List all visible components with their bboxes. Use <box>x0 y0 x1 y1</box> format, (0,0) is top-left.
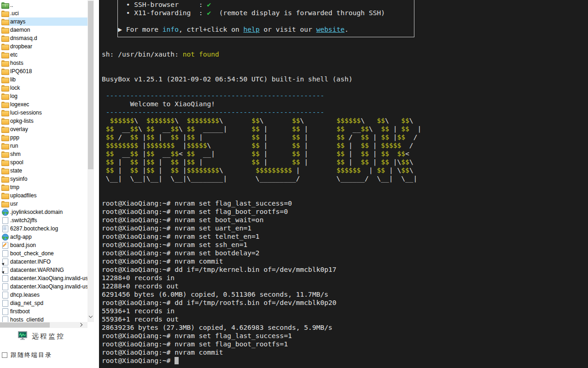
file-row[interactable]: daemon <box>0 26 87 34</box>
ascii-art-segment: | <box>138 166 146 174</box>
ascii-art-segment: _____| <box>195 125 251 132</box>
horizontal-scrollbar-thumb[interactable] <box>0 322 50 328</box>
file-row[interactable]: dhcp.leases <box>0 291 87 299</box>
terminal-cursor <box>175 357 179 364</box>
ascii-art-segment: $$ <box>401 158 409 166</box>
ascii-art-segment: | <box>260 141 292 149</box>
ascii-art-segment: $$ <box>401 125 409 132</box>
vertical-scrollbar-thumb[interactable] <box>88 1 93 169</box>
ascii-art-segment: $$ <box>170 158 179 166</box>
terminal-line <box>102 17 421 25</box>
ascii-art-segment: \ <box>409 116 418 124</box>
folder-icon <box>1 35 8 41</box>
ascii-art-segment: $$$$$$$ <box>146 116 175 124</box>
file-row[interactable]: spool <box>0 158 87 167</box>
ascii-art-segment: $$ <box>401 116 409 124</box>
terminal-text: root@XiaoQiang:~# nvram set flag_last_su… <box>102 332 292 339</box>
file-row[interactable]: datacenter.INFO <box>0 258 87 266</box>
file-row[interactable]: .joylinksocket.domain <box>0 208 87 216</box>
ascii-art-segment: \__| \__|\__| \__|\________| \_________/… <box>102 174 417 182</box>
file-row[interactable]: log <box>0 92 87 100</box>
file-icon <box>1 316 8 322</box>
ascii-art-segment: $$ <box>251 125 260 132</box>
remote-monitoring-button[interactable]: 远程监控 <box>17 331 65 342</box>
terminal-link[interactable]: info <box>163 25 179 33</box>
terminal-text: root@XiaoQiang:~# nvram set ssh_en=1 <box>102 241 247 248</box>
file-row[interactable]: datacenter.XiaoQiang.invalid-user <box>0 282 87 291</box>
file-row[interactable]: arrays <box>0 17 87 26</box>
ascii-art-segment: | <box>114 158 130 166</box>
file-row[interactable]: .switch2jffs <box>0 216 87 224</box>
file-row[interactable]: uploadfiles <box>0 191 87 200</box>
file-name: datacenter.XiaoQiang.invalid-user <box>8 274 87 282</box>
folder-icon <box>1 101 8 108</box>
terminal-line: 55936+1 records in <box>102 307 421 315</box>
ascii-art-segment: $$ <box>381 158 389 166</box>
ascii-art-segment: $$ <box>251 116 260 124</box>
file-row[interactable]: sysinfo <box>0 175 87 183</box>
folder-icon <box>1 68 8 75</box>
file-row[interactable]: lib <box>0 75 87 84</box>
terminal-text: or visit our <box>260 25 316 33</box>
ascii-art-segment: | <box>154 158 170 166</box>
ascii-art-segment: \ <box>219 166 256 174</box>
ascii-art-segment: $$ <box>337 150 345 157</box>
chevron-down-icon[interactable] <box>89 314 93 318</box>
follow-terminal-checkbox[interactable] <box>2 352 7 358</box>
chevron-right-icon[interactable] <box>79 323 82 327</box>
file-row[interactable]: boot_check_done <box>0 249 87 258</box>
file-name: hosts_clientid <box>8 316 87 322</box>
file-row[interactable]: state <box>0 167 87 175</box>
shortcut-icon <box>1 259 8 265</box>
ascii-art-segment: | <box>138 133 146 141</box>
file-row[interactable]: usr <box>0 200 87 208</box>
file-row[interactable]: datacenter.XiaoQiang.invalid-user <box>0 274 87 282</box>
file-icon <box>1 283 8 290</box>
file-row[interactable]: overlay <box>0 125 87 133</box>
file-row[interactable]: dropbear <box>0 42 87 51</box>
terminal-link[interactable]: website <box>316 25 345 33</box>
ascii-art-segment: $$ <box>251 141 260 149</box>
file-row[interactable]: tmp <box>0 183 87 191</box>
file-row[interactable]: shm <box>0 150 87 158</box>
ascii-art-segment: $$ <box>130 150 139 157</box>
file-name: IPQ6018 <box>8 67 87 75</box>
file-list: ...uciarraysdaemondnsmasq.ddropbearetcho… <box>0 1 87 322</box>
file-row[interactable]: hosts_clientid <box>0 316 87 322</box>
file-row[interactable]: ppp <box>0 133 87 142</box>
file-row[interactable]: board.json <box>0 241 87 249</box>
file-row[interactable]: acfg-app <box>0 233 87 241</box>
terminal[interactable]: • SSH-browser : ✔ • X11-forwarding : ✔ (… <box>99 0 588 368</box>
file-row[interactable]: .. <box>0 1 87 9</box>
terminal-text: not found <box>183 50 219 58</box>
vertical-scrollbar[interactable] <box>87 0 94 322</box>
ascii-art-segment: \ <box>385 116 401 124</box>
file-row[interactable]: 6287.bootcheck.log <box>0 224 87 233</box>
ascii-art-segment: $$ <box>106 133 114 141</box>
folder-icon <box>1 151 8 157</box>
file-name: overlay <box>8 125 87 133</box>
ascii-art-segment: $$ <box>170 150 179 157</box>
log-icon <box>1 225 8 232</box>
file-row[interactable]: IPQ6018 <box>0 67 87 75</box>
ascii-art-segment: $$ <box>187 125 195 132</box>
terminal-text: root@XiaoQiang:~# dd if=/tmp/kernel.bin … <box>102 265 337 273</box>
file-row[interactable]: firstboot <box>0 307 87 316</box>
ascii-art-segment: $$ <box>130 125 139 132</box>
horizontal-scrollbar[interactable] <box>0 322 87 328</box>
file-row[interactable]: datacenter.WARNING <box>0 266 87 274</box>
file-row[interactable]: opkg-lists <box>0 117 87 125</box>
file-name: log <box>8 92 87 100</box>
file-row[interactable]: diag_net_spd <box>0 299 87 307</box>
terminal-link[interactable]: help <box>244 25 260 33</box>
file-row[interactable]: etc <box>0 51 87 59</box>
file-row[interactable]: run <box>0 142 87 150</box>
file-row[interactable]: hosts <box>0 59 87 67</box>
ascii-art-segment: | <box>300 150 337 157</box>
file-row[interactable]: logexec <box>0 100 87 109</box>
file-row[interactable]: dnsmasq.d <box>0 34 87 42</box>
file-row[interactable]: .uci <box>0 9 87 17</box>
file-row[interactable]: luci-sessions <box>0 109 87 117</box>
ascii-art-segment: $$ <box>397 150 406 157</box>
file-row[interactable]: lock <box>0 84 87 92</box>
